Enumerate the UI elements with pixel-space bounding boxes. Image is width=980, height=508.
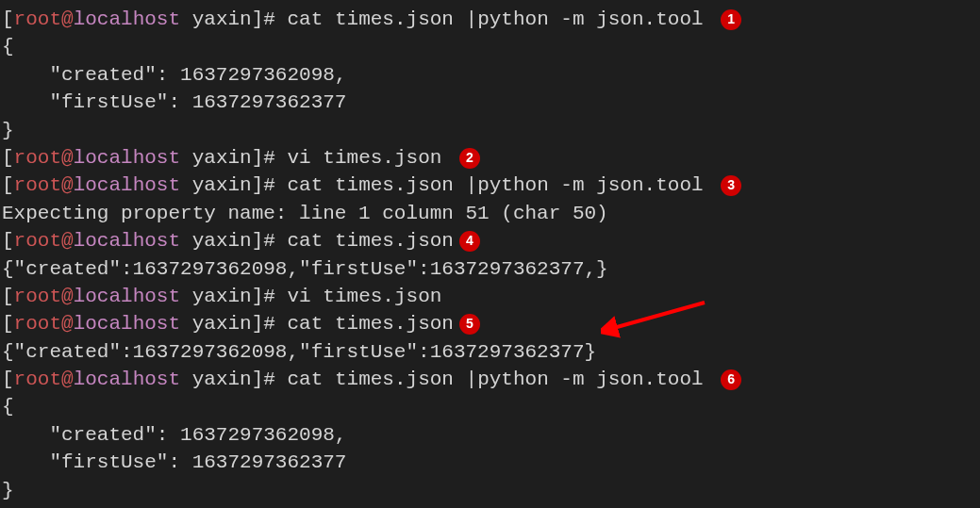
prompt-user: root [14,227,61,254]
prompt-user: root [14,283,61,310]
output-json-open: { [2,33,978,60]
command-text: vi times.json [288,144,442,172]
space [180,283,192,310]
bracket-open: [ [2,310,14,337]
space [275,283,288,310]
bracket-open: [ [2,366,14,393]
bracket-close: ] [252,172,264,199]
command-text: vi times.json [288,283,442,310]
prompt-host: localhost [74,366,180,393]
annotation-badge-5: 5 [459,314,480,335]
bracket-open: [ [2,227,14,254]
space [275,227,288,254]
space [275,366,288,393]
prompt-dir: yaxin [192,283,252,310]
prompt-hash: # [263,283,275,310]
prompt-host: localhost [74,6,180,33]
output-json-firstuse: "firstUse": 1637297362377 [2,449,978,476]
output-json-close: } [2,477,978,504]
prompt-dir: yaxin [192,172,252,199]
prompt-at: @ [61,172,74,199]
space [180,6,192,33]
prompt-at: @ [61,144,74,172]
output-json-created: "created": 1637297362098, [2,421,978,449]
prompt-at: @ [61,310,74,337]
space [180,144,192,172]
prompt-dir: yaxin [192,6,252,33]
annotation-badge-2: 2 [459,148,480,169]
prompt-hash: # [263,310,275,337]
prompt-dir: yaxin [192,310,252,337]
command-text: cat times.json [288,310,454,337]
bracket-close: ] [252,227,264,254]
prompt-hash: # [263,6,275,33]
prompt-user: root [14,310,61,337]
prompt-user: root [14,6,61,33]
prompt-user: root [14,172,61,199]
bracket-close: ] [252,310,264,337]
terminal-line-cmd-1: [root@localhost yaxin]# cat times.json |… [2,6,978,33]
bracket-open: [ [2,283,14,310]
raw-json-bad: {"created":1637297362098,"firstUse":1637… [2,255,608,283]
space [275,172,288,199]
bracket-close: ] [252,283,264,310]
terminal-line-cmd-3: [root@localhost yaxin]# cat times.json |… [2,172,978,199]
output-error: Expecting property name: line 1 column 5… [2,200,978,227]
space [704,172,716,199]
space [180,227,192,254]
bracket-open: [ [2,144,14,172]
prompt-at: @ [61,6,74,33]
space [275,144,288,172]
prompt-hash: # [263,172,275,199]
annotation-badge-1: 1 [721,9,741,30]
space [180,172,192,199]
terminal-line-cmd-5: [root@localhost yaxin]# vi times.json [2,283,978,310]
command-text: cat times.json |python -m json.tool [288,172,704,199]
space [180,310,192,337]
prompt-hash: # [263,227,275,254]
bracket-close: ] [252,366,264,393]
terminal-line-cmd-4: [root@localhost yaxin]# cat times.json4 [2,227,978,254]
prompt-dir: yaxin [192,227,252,254]
prompt-at: @ [61,366,74,393]
prompt-host: localhost [74,310,180,337]
space [275,310,288,337]
prompt-host: localhost [74,227,180,254]
annotation-badge-4: 4 [459,231,480,252]
annotation-badge-6: 6 [721,369,741,390]
prompt-host: localhost [74,144,180,172]
output-raw-bad: {"created":1637297362098,"firstUse":1637… [2,255,978,283]
bracket-open: [ [2,6,14,33]
output-json-open: { [2,393,978,420]
annotation-badge-3: 3 [721,175,741,196]
command-text: cat times.json |python -m json.tool [288,366,704,393]
prompt-user: root [14,366,61,393]
prompt-hash: # [263,144,275,172]
command-text: cat times.json |python -m json.tool [288,6,704,33]
command-text: cat times.json [288,227,454,254]
terminal-line-cmd-7: [root@localhost yaxin]# cat times.json |… [2,366,978,393]
terminal-line-cmd-6: [root@localhost yaxin]# cat times.json5 [2,310,978,337]
output-json-close: } [2,117,978,144]
prompt-host: localhost [74,283,180,310]
prompt-dir: yaxin [192,144,252,172]
prompt-at: @ [61,283,74,310]
prompt-hash: # [263,366,275,393]
space [704,366,716,393]
bracket-open: [ [2,172,14,199]
output-json-created: "created": 1637297362098, [2,61,978,89]
space [275,6,288,33]
bracket-close: ] [252,6,264,33]
terminal-line-cmd-2: [root@localhost yaxin]# vi times.json 2 [2,144,978,172]
space [441,144,454,172]
prompt-dir: yaxin [192,366,252,393]
prompt-at: @ [61,227,74,254]
bracket-close: ] [252,144,264,172]
prompt-user: root [14,144,61,172]
space [180,366,192,393]
output-json-firstuse: "firstUse": 1637297362377 [2,89,978,116]
space [704,6,716,33]
prompt-host: localhost [74,172,180,199]
output-raw-good: {"created":1637297362098,"firstUse":1637… [2,338,978,366]
